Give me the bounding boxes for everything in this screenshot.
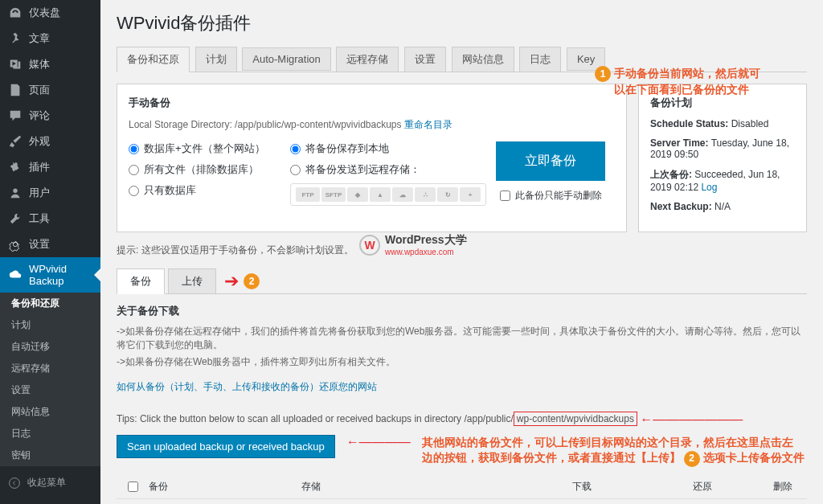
collapse-menu[interactable]: 收起菜单 bbox=[0, 469, 100, 496]
sub-plan[interactable]: 计划 bbox=[0, 314, 100, 336]
tab-settings[interactable]: 设置 bbox=[404, 47, 446, 72]
sidebar-item-appearance[interactable]: 外观 bbox=[0, 129, 100, 154]
cloud-icon bbox=[8, 268, 23, 282]
annotation-2: 其他网站的备份文件，可以上传到目标网站的这个目录，然后在这里点击左 边的按钮，获… bbox=[422, 435, 805, 467]
dashboard-icon bbox=[8, 6, 23, 20]
storage-dir-label: Local Storage Directory: bbox=[129, 119, 232, 130]
sidebar-item-users[interactable]: 用户 bbox=[0, 180, 100, 206]
th-restore: 还原 bbox=[646, 480, 759, 494]
rename-link[interactable]: 重命名目录 bbox=[404, 119, 452, 130]
sidebar-item-comments[interactable]: 评论 bbox=[0, 103, 100, 129]
sidebar-item-dashboard[interactable]: 仪表盘 bbox=[0, 0, 100, 26]
page-icon bbox=[8, 83, 23, 97]
select-all-checkbox[interactable] bbox=[128, 480, 138, 494]
th-store: 存储 bbox=[301, 480, 518, 494]
itab-backup[interactable]: 备份 bbox=[117, 268, 165, 294]
sidebar-item-tools[interactable]: 工具 bbox=[0, 206, 100, 232]
storage-dir-path: /app/public/wp-content/wpvividbackups bbox=[235, 119, 401, 130]
backup-table: 备份 存储 下载 还原 删除 Jun 18, 2019 02:12 🔓 | 类型… bbox=[117, 475, 807, 504]
comment-icon bbox=[8, 109, 23, 123]
restore-help-link[interactable]: 如何从备份（计划、手动、上传和接收的备份）还原您的网站 bbox=[117, 380, 377, 394]
svg-point-0 bbox=[10, 477, 20, 488]
highlight-path: wp-content/wpvividbackups bbox=[514, 412, 637, 426]
sub-backup-restore[interactable]: 备份和还原 bbox=[0, 293, 100, 314]
plan-title: 备份计划 bbox=[650, 96, 795, 110]
long-arrow-icon: ←——————— bbox=[640, 412, 743, 427]
manual-delete-checkbox[interactable]: 此备份只能手动删除 bbox=[500, 189, 602, 203]
badge-1: 1 bbox=[595, 66, 611, 82]
tab-plan[interactable]: 计划 bbox=[195, 47, 237, 72]
manual-backup-title: 手动备份 bbox=[129, 96, 615, 110]
sub-auto-migrate[interactable]: 自动迁移 bbox=[0, 336, 100, 358]
tab-auto-migration[interactable]: Auto-Migration bbox=[242, 47, 331, 71]
user-icon bbox=[8, 186, 23, 200]
opt-db-files[interactable]: 数据库+文件（整个网站） bbox=[129, 141, 290, 156]
inner-tabs: 备份 上传 ➔ 2 bbox=[117, 268, 807, 294]
dropbox-icon: ◆ bbox=[347, 187, 368, 202]
tab-backup-restore[interactable]: 备份和还原 bbox=[117, 47, 190, 72]
collapse-icon bbox=[8, 477, 21, 490]
badge-2b: 2 bbox=[684, 451, 700, 467]
remote-services: FTP SFTP ◆ ▲ ☁ ∴ ↻ + bbox=[290, 183, 486, 206]
ftp-icon: FTP bbox=[296, 187, 320, 202]
sftp-icon: SFTP bbox=[321, 187, 346, 202]
backup-plan-card: 备份计划 Schedule Status: Disabled Server Ti… bbox=[638, 84, 807, 232]
th-delete: 删除 bbox=[759, 480, 807, 494]
gear-icon bbox=[8, 237, 23, 252]
sidebar-item-plugins[interactable]: 插件 bbox=[0, 154, 100, 180]
media-icon bbox=[8, 57, 23, 72]
arrow-left-icon: ←———— bbox=[346, 435, 411, 449]
sidebar-item-posts[interactable]: 文章 bbox=[0, 26, 100, 51]
tab-site-info[interactable]: 网站信息 bbox=[452, 47, 514, 72]
about-title: 关于备份下载 bbox=[117, 304, 807, 318]
opt-db-only[interactable]: 只有数据库 bbox=[129, 183, 290, 198]
arrow-icon: ➔ bbox=[224, 271, 239, 292]
brush-icon bbox=[8, 134, 23, 149]
sidebar-item-wpvivid[interactable]: WPvivid Backup bbox=[0, 257, 100, 293]
add-remote-icon[interactable]: + bbox=[460, 187, 481, 202]
wp-logo-icon: W bbox=[359, 235, 380, 256]
opt-files-only[interactable]: 所有文件（排除数据库） bbox=[129, 162, 290, 177]
manual-backup-card: 手动备份 Local Storage Directory: /app/publi… bbox=[117, 84, 627, 232]
plugin-icon bbox=[8, 160, 23, 174]
th-backup: 备份 bbox=[149, 480, 301, 494]
watermark: W WordPress大学www.wpdaxue.com bbox=[359, 233, 467, 256]
sub-log[interactable]: 日志 bbox=[0, 423, 100, 445]
dest-local[interactable]: 将备份保存到本地 bbox=[290, 141, 486, 156]
about-p1: ->如果备份存储在远程存储中，我们的插件将首先将备份获取到您的Web服务器。这可… bbox=[117, 325, 807, 352]
scan-button[interactable]: Scan uploaded backup or received backup bbox=[117, 435, 335, 458]
backup-now-button[interactable]: 立即备份 bbox=[496, 141, 605, 181]
scan-tips: Tips: Click the button below to scan all… bbox=[117, 412, 807, 427]
sidebar-item-media[interactable]: 媒体 bbox=[0, 51, 100, 77]
s3-icon: ∴ bbox=[415, 187, 436, 202]
annotation-1: 1 手动备份当前网站，然后就可 以在下面看到已备份的文件 bbox=[595, 66, 760, 97]
gdrive-icon: ▲ bbox=[370, 187, 391, 202]
plan-log-link[interactable]: Log bbox=[701, 182, 717, 193]
tab-remote-storage[interactable]: 远程存储 bbox=[336, 47, 399, 72]
tab-log[interactable]: 日志 bbox=[519, 47, 561, 72]
badge-2a: 2 bbox=[244, 273, 260, 289]
page-title: WPvivid备份插件 bbox=[117, 11, 807, 35]
tool-icon bbox=[8, 211, 23, 226]
about-p2: ->如果备份存储在Web服务器中，插件将立即列出所有相关文件。 bbox=[117, 355, 807, 369]
pin-icon bbox=[8, 31, 23, 46]
sidebar-submenu: 备份和还原 计划 自动迁移 远程存储 设置 网站信息 日志 密钥 bbox=[0, 293, 100, 466]
sub-remote[interactable]: 远程存储 bbox=[0, 358, 100, 379]
sub-settings[interactable]: 设置 bbox=[0, 379, 100, 401]
sidebar-item-pages[interactable]: 页面 bbox=[0, 77, 100, 103]
sub-key[interactable]: 密钥 bbox=[0, 445, 100, 466]
sub-siteinfo[interactable]: 网站信息 bbox=[0, 401, 100, 423]
itab-upload[interactable]: 上传 bbox=[168, 268, 216, 293]
refresh-icon: ↻ bbox=[437, 187, 458, 202]
admin-sidebar: 仪表盘 文章 媒体 页面 评论 外观 插件 用户 工具 设置 WPvivid B… bbox=[0, 0, 100, 504]
onedrive-icon: ☁ bbox=[392, 187, 413, 202]
sidebar-item-settings[interactable]: 设置 bbox=[0, 232, 100, 257]
th-download: 下载 bbox=[518, 480, 646, 494]
dest-remote[interactable]: 将备份发送到远程存储： bbox=[290, 162, 486, 177]
table-row: Jun 18, 2019 02:12 🔓 | 类型： Manual 📄日志 FT… bbox=[117, 499, 807, 504]
